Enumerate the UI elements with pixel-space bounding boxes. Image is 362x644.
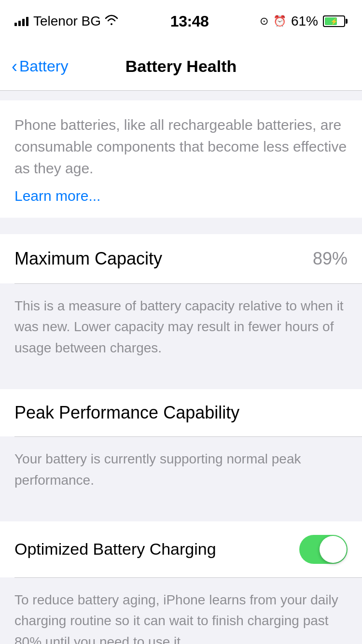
optimized-charging-toggle[interactable] [299,535,348,564]
signal-bars [14,17,28,26]
optimized-charging-row: Optimized Battery Charging [0,521,362,577]
intro-text: Phone batteries, like all rechargeable b… [14,114,348,179]
signal-bar-4 [26,17,28,26]
max-capacity-value: 89% [313,249,348,269]
gap-3 [0,505,362,521]
gap-1 [0,218,362,234]
optimized-charging-label: Optimized Battery Charging [14,540,216,559]
page-title: Battery Health [125,57,237,76]
back-label: Battery [19,57,68,75]
gap-top [0,91,362,100]
battery-percent: 61% [291,14,318,29]
toggle-knob [320,536,347,563]
carrier-name: Telenor BG [33,14,101,29]
peak-description-block: Your battery is currently supporting nor… [0,437,362,505]
signal-bar-2 [18,21,21,26]
status-bar: Telenor BG 13:48 ⊙ ⏰ 61% ⚡ [0,0,362,42]
back-button[interactable]: ‹ Battery [12,56,68,77]
peak-performance-label: Peak Performance Capability [14,403,239,422]
battery-icon: ⚡ [323,15,348,27]
optimized-description-text: To reduce battery aging, iPhone learns f… [14,589,348,644]
capacity-description-text: This is a measure of battery capacity re… [14,295,348,358]
intro-block: Phone batteries, like all rechargeable b… [0,100,362,218]
status-right: ⊙ ⏰ 61% ⚡ [260,14,348,29]
navigation-bar: ‹ Battery Battery Health [0,42,362,91]
signal-bar-3 [22,19,25,26]
max-capacity-row: Maximum Capacity 89% [0,234,362,283]
wifi-icon [104,14,119,29]
max-capacity-label: Maximum Capacity [14,249,162,269]
peak-performance-block: Peak Performance Capability [0,389,362,436]
alarm-icon: ⏰ [273,15,286,28]
chevron-left-icon: ‹ [12,56,17,77]
time-display: 13:48 [170,13,209,30]
signal-bar-1 [14,23,17,26]
learn-more-link[interactable]: Learn more... [14,188,100,204]
capacity-description-block: This is a measure of battery capacity re… [0,284,362,373]
peak-description-text: Your battery is currently supporting nor… [14,448,348,490]
optimized-description-block: To reduce battery aging, iPhone learns f… [0,578,362,644]
status-left: Telenor BG [14,14,119,29]
rotation-lock-icon: ⊙ [260,15,268,28]
gap-2 [0,373,362,389]
